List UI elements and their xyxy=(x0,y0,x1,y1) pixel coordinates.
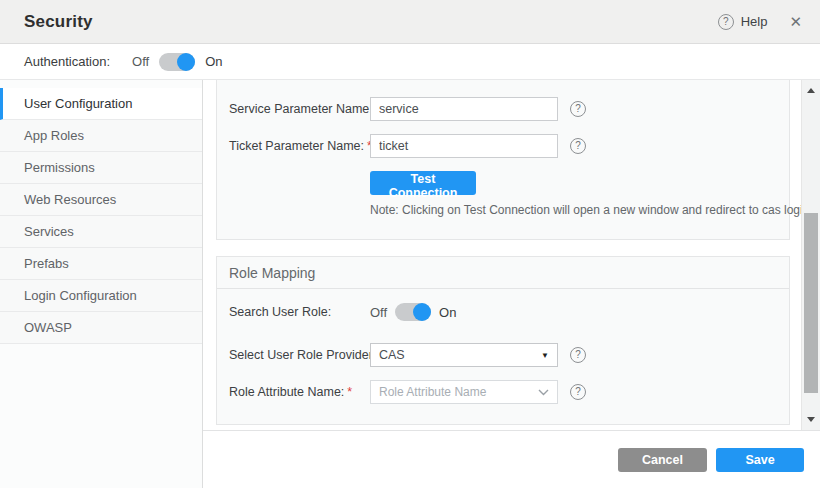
role-provider-help-icon[interactable]: ? xyxy=(570,347,586,363)
search-user-role-row: Search User Role: Off On xyxy=(217,300,789,324)
sidebar-item-permissions[interactable]: Permissions xyxy=(0,152,202,184)
search-user-role-label: Search User Role: xyxy=(229,300,331,324)
sidebar-item-owasp[interactable]: OWASP xyxy=(0,312,202,344)
cancel-button[interactable]: Cancel xyxy=(618,448,707,472)
title-bar-actions: ? Help ✕ xyxy=(718,13,802,31)
sidebar-item-web-resources[interactable]: Web Resources xyxy=(0,184,202,216)
sidebar-item-user-configuration[interactable]: User Configuration xyxy=(0,88,202,120)
help-link[interactable]: Help xyxy=(741,14,768,29)
search-user-role-on-label: On xyxy=(439,305,456,320)
role-mapping-title: Role Mapping xyxy=(229,265,315,281)
role-attribute-input[interactable] xyxy=(379,385,534,399)
scrollbar-thumb[interactable] xyxy=(804,213,818,393)
role-provider-selected-value: CAS xyxy=(379,348,405,362)
role-provider-select[interactable]: CAS ▼ xyxy=(370,343,558,367)
service-parameter-label: Service Parameter Name:* xyxy=(229,97,381,121)
sidebar-item-prefabs[interactable]: Prefabs xyxy=(0,248,202,280)
vertical-scrollbar[interactable] xyxy=(801,80,820,430)
role-attribute-combobox[interactable] xyxy=(370,380,558,404)
service-parameter-help-icon[interactable]: ? xyxy=(570,101,586,117)
sidebar-item-services[interactable]: Services xyxy=(0,216,202,248)
test-connection-button[interactable]: Test Connection xyxy=(370,171,476,195)
ticket-parameter-help-icon[interactable]: ? xyxy=(570,138,586,154)
search-user-role-toggle-group: Off On xyxy=(370,300,456,324)
cas-parameters-panel: Service Parameter Name:* ? Ticket Parame… xyxy=(216,80,790,240)
scroll-down-arrow-icon[interactable] xyxy=(807,417,815,422)
authentication-label: Authentication: xyxy=(24,54,110,69)
help-circle-icon[interactable]: ? xyxy=(718,14,734,30)
close-icon[interactable]: ✕ xyxy=(789,13,802,31)
title-bar: Security ? Help ✕ xyxy=(0,0,820,44)
ticket-parameter-row: Ticket Parameter Name:* ? xyxy=(217,134,789,158)
sidebar-item-app-roles[interactable]: App Roles xyxy=(0,120,202,152)
ticket-parameter-label: Ticket Parameter Name:* xyxy=(229,134,372,158)
role-attribute-row: Role Attribute Name:* ? xyxy=(217,380,789,404)
service-parameter-row: Service Parameter Name:* ? xyxy=(217,97,789,121)
role-mapping-panel: Role Mapping Search User Role: Off On Se… xyxy=(216,256,790,425)
role-attribute-help-icon[interactable]: ? xyxy=(570,384,586,400)
authentication-bar: Authentication: Off On xyxy=(0,44,820,80)
service-parameter-input[interactable] xyxy=(370,97,558,121)
chevron-down-icon xyxy=(538,389,549,396)
security-dialog: Security ? Help ✕ Authentication: Off On… xyxy=(0,0,820,488)
search-user-role-toggle-knob xyxy=(413,303,431,321)
authentication-toggle-knob xyxy=(177,53,195,71)
page-title: Security xyxy=(24,12,93,32)
required-asterisk: * xyxy=(347,385,352,399)
role-provider-row: Select User Role Provider: CAS ▼ ? xyxy=(217,343,789,367)
scroll-up-arrow-icon[interactable] xyxy=(807,88,815,93)
ticket-parameter-input[interactable] xyxy=(370,134,558,158)
footer-divider xyxy=(203,430,820,431)
authentication-toggle[interactable] xyxy=(159,53,195,71)
search-user-role-off-label: Off xyxy=(370,305,387,320)
role-provider-label: Select User Role Provider: xyxy=(229,343,376,367)
save-button[interactable]: Save xyxy=(716,448,804,472)
sidebar-item-login-configuration[interactable]: Login Configuration xyxy=(0,280,202,312)
search-user-role-toggle[interactable] xyxy=(395,303,431,321)
settings-sidebar: User Configuration App Roles Permissions… xyxy=(0,80,203,488)
role-attribute-label: Role Attribute Name:* xyxy=(229,380,352,404)
dropdown-caret-icon: ▼ xyxy=(541,351,549,360)
test-connection-note: Note: Clicking on Test Connection will o… xyxy=(370,203,809,217)
authentication-on-label: On xyxy=(205,54,222,69)
authentication-off-label: Off xyxy=(132,54,149,69)
role-mapping-header: Role Mapping xyxy=(217,257,789,289)
